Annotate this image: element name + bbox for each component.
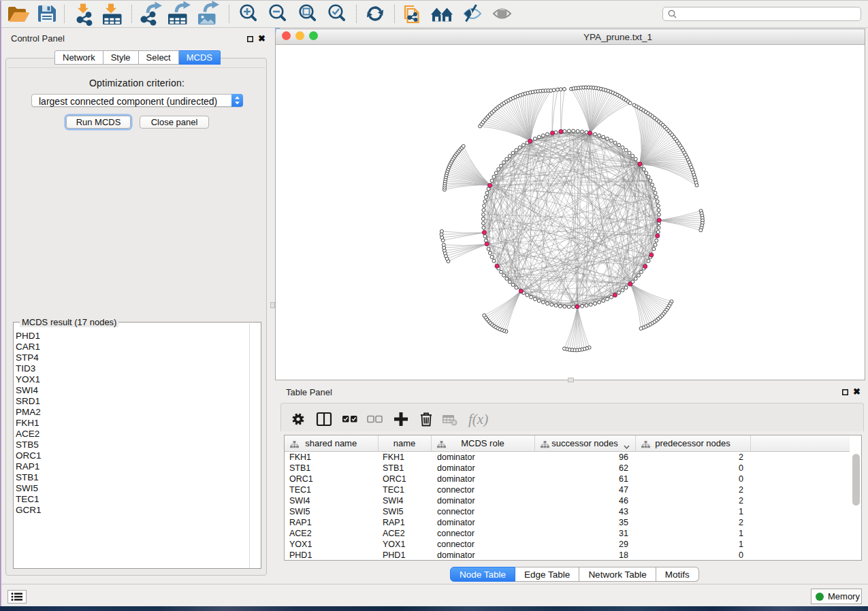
- svg-text:f(x): f(x): [468, 411, 488, 427]
